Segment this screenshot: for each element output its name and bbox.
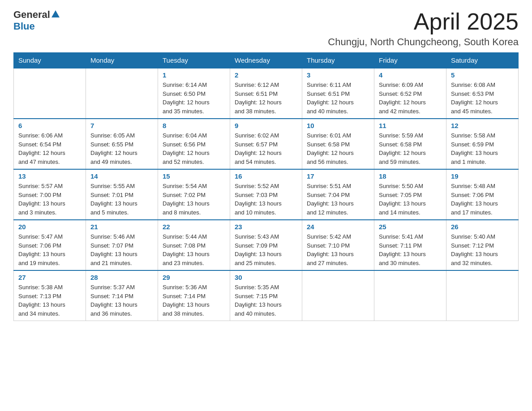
day-info: Sunrise: 6:06 AMSunset: 6:54 PMDaylight:… xyxy=(18,131,81,166)
day-number: 5 xyxy=(451,71,514,79)
page-header: General Blue April 2025 Chungju, North C… xyxy=(13,9,519,48)
calendar-cell: 2Sunrise: 6:12 AMSunset: 6:51 PMDaylight… xyxy=(230,68,302,119)
day-number: 20 xyxy=(18,223,81,231)
day-number: 17 xyxy=(307,172,369,180)
day-number: 7 xyxy=(90,122,153,129)
day-number: 10 xyxy=(307,122,369,129)
calendar-cell: 11Sunrise: 5:59 AMSunset: 6:58 PMDayligh… xyxy=(374,119,446,169)
calendar-cell xyxy=(14,68,86,119)
weekday-header: Saturday xyxy=(446,53,519,68)
day-info: Sunrise: 5:44 AMSunset: 7:08 PMDaylight:… xyxy=(163,232,225,267)
logo-blue: Blue xyxy=(13,21,60,32)
logo-general: General xyxy=(13,9,60,20)
day-info: Sunrise: 6:04 AMSunset: 6:56 PMDaylight:… xyxy=(163,131,225,166)
calendar-cell: 29Sunrise: 5:36 AMSunset: 7:14 PMDayligh… xyxy=(158,270,230,321)
day-number: 22 xyxy=(163,223,225,231)
calendar-cell: 6Sunrise: 6:06 AMSunset: 6:54 PMDaylight… xyxy=(14,119,86,169)
day-info: Sunrise: 5:48 AMSunset: 7:06 PMDaylight:… xyxy=(451,182,514,217)
day-info: Sunrise: 6:02 AMSunset: 6:57 PMDaylight:… xyxy=(235,131,297,166)
day-number: 8 xyxy=(163,122,225,129)
title-area: April 2025 Chungju, North Chungcheong, S… xyxy=(328,9,519,48)
day-number: 30 xyxy=(235,274,297,281)
day-number: 3 xyxy=(307,71,369,79)
day-info: Sunrise: 5:42 AMSunset: 7:10 PMDaylight:… xyxy=(307,232,369,267)
calendar-cell: 21Sunrise: 5:46 AMSunset: 7:07 PMDayligh… xyxy=(86,220,158,270)
calendar-cell: 23Sunrise: 5:43 AMSunset: 7:09 PMDayligh… xyxy=(230,220,302,270)
calendar-cell: 15Sunrise: 5:54 AMSunset: 7:02 PMDayligh… xyxy=(158,169,230,220)
calendar-cell: 5Sunrise: 6:08 AMSunset: 6:53 PMDaylight… xyxy=(446,68,519,119)
calendar-cell: 1Sunrise: 6:14 AMSunset: 6:50 PMDaylight… xyxy=(158,68,230,119)
calendar-cell xyxy=(86,68,158,119)
calendar-cell: 22Sunrise: 5:44 AMSunset: 7:08 PMDayligh… xyxy=(158,220,230,270)
weekday-header: Wednesday xyxy=(230,53,302,68)
week-row: 20Sunrise: 5:47 AMSunset: 7:06 PMDayligh… xyxy=(14,220,519,270)
logo: General Blue xyxy=(13,9,60,33)
calendar-cell: 8Sunrise: 6:04 AMSunset: 6:56 PMDaylight… xyxy=(158,119,230,169)
week-row: 27Sunrise: 5:38 AMSunset: 7:13 PMDayligh… xyxy=(14,270,519,321)
day-info: Sunrise: 6:01 AMSunset: 6:58 PMDaylight:… xyxy=(307,131,369,166)
calendar-cell: 17Sunrise: 5:51 AMSunset: 7:04 PMDayligh… xyxy=(302,169,374,220)
day-info: Sunrise: 5:52 AMSunset: 7:03 PMDaylight:… xyxy=(235,182,297,217)
day-number: 28 xyxy=(90,274,153,281)
day-number: 6 xyxy=(18,122,81,129)
day-info: Sunrise: 6:12 AMSunset: 6:51 PMDaylight:… xyxy=(235,81,297,116)
day-number: 2 xyxy=(235,71,297,79)
day-info: Sunrise: 5:36 AMSunset: 7:14 PMDaylight:… xyxy=(163,283,225,318)
calendar-cell: 9Sunrise: 6:02 AMSunset: 6:57 PMDaylight… xyxy=(230,119,302,169)
week-row: 6Sunrise: 6:06 AMSunset: 6:54 PMDaylight… xyxy=(14,119,519,169)
day-number: 29 xyxy=(163,274,225,281)
calendar-cell: 4Sunrise: 6:09 AMSunset: 6:52 PMDaylight… xyxy=(374,68,446,119)
calendar-cell: 13Sunrise: 5:57 AMSunset: 7:00 PMDayligh… xyxy=(14,169,86,220)
calendar-cell: 12Sunrise: 5:58 AMSunset: 6:59 PMDayligh… xyxy=(446,119,519,169)
day-number: 24 xyxy=(307,223,369,231)
calendar-cell: 28Sunrise: 5:37 AMSunset: 7:14 PMDayligh… xyxy=(86,270,158,321)
day-info: Sunrise: 5:35 AMSunset: 7:15 PMDaylight:… xyxy=(235,283,297,318)
day-info: Sunrise: 5:40 AMSunset: 7:12 PMDaylight:… xyxy=(451,232,514,267)
day-info: Sunrise: 5:43 AMSunset: 7:09 PMDaylight:… xyxy=(235,232,297,267)
weekday-header: Tuesday xyxy=(158,53,230,68)
calendar-cell xyxy=(446,270,519,321)
day-number: 15 xyxy=(163,172,225,180)
week-row: 1Sunrise: 6:14 AMSunset: 6:50 PMDaylight… xyxy=(14,68,519,119)
day-info: Sunrise: 5:57 AMSunset: 7:00 PMDaylight:… xyxy=(18,182,81,217)
day-info: Sunrise: 5:54 AMSunset: 7:02 PMDaylight:… xyxy=(163,182,225,217)
day-number: 11 xyxy=(379,122,442,129)
day-info: Sunrise: 5:46 AMSunset: 7:07 PMDaylight:… xyxy=(90,232,153,267)
calendar-cell: 10Sunrise: 6:01 AMSunset: 6:58 PMDayligh… xyxy=(302,119,374,169)
day-info: Sunrise: 5:51 AMSunset: 7:04 PMDaylight:… xyxy=(307,182,369,217)
day-number: 27 xyxy=(18,274,81,281)
day-number: 12 xyxy=(451,122,514,129)
weekday-header-row: SundayMondayTuesdayWednesdayThursdayFrid… xyxy=(14,53,519,68)
day-info: Sunrise: 5:59 AMSunset: 6:58 PMDaylight:… xyxy=(379,131,442,166)
calendar-cell: 25Sunrise: 5:41 AMSunset: 7:11 PMDayligh… xyxy=(374,220,446,270)
calendar-cell: 30Sunrise: 5:35 AMSunset: 7:15 PMDayligh… xyxy=(230,270,302,321)
day-info: Sunrise: 6:08 AMSunset: 6:53 PMDaylight:… xyxy=(451,81,514,116)
day-number: 16 xyxy=(235,172,297,180)
calendar-cell: 19Sunrise: 5:48 AMSunset: 7:06 PMDayligh… xyxy=(446,169,519,220)
calendar-cell: 24Sunrise: 5:42 AMSunset: 7:10 PMDayligh… xyxy=(302,220,374,270)
calendar-cell: 14Sunrise: 5:55 AMSunset: 7:01 PMDayligh… xyxy=(86,169,158,220)
weekday-header: Monday xyxy=(86,53,158,68)
calendar-cell: 27Sunrise: 5:38 AMSunset: 7:13 PMDayligh… xyxy=(14,270,86,321)
calendar-cell: 18Sunrise: 5:50 AMSunset: 7:05 PMDayligh… xyxy=(374,169,446,220)
calendar-table: SundayMondayTuesdayWednesdayThursdayFrid… xyxy=(13,52,519,321)
day-number: 4 xyxy=(379,71,442,79)
calendar-cell xyxy=(374,270,446,321)
day-number: 14 xyxy=(90,172,153,180)
day-number: 1 xyxy=(163,71,225,79)
day-info: Sunrise: 5:38 AMSunset: 7:13 PMDaylight:… xyxy=(18,283,81,318)
day-info: Sunrise: 5:58 AMSunset: 6:59 PMDaylight:… xyxy=(451,131,514,166)
day-info: Sunrise: 6:14 AMSunset: 6:50 PMDaylight:… xyxy=(163,81,225,116)
day-number: 18 xyxy=(379,172,442,180)
month-title: April 2025 xyxy=(328,9,519,34)
calendar-cell: 20Sunrise: 5:47 AMSunset: 7:06 PMDayligh… xyxy=(14,220,86,270)
day-info: Sunrise: 5:50 AMSunset: 7:05 PMDaylight:… xyxy=(379,182,442,217)
day-info: Sunrise: 5:47 AMSunset: 7:06 PMDaylight:… xyxy=(18,232,81,267)
day-number: 23 xyxy=(235,223,297,231)
day-info: Sunrise: 5:41 AMSunset: 7:11 PMDaylight:… xyxy=(379,232,442,267)
location-title: Chungju, North Chungcheong, South Korea xyxy=(328,36,519,48)
weekday-header: Friday xyxy=(374,53,446,68)
weekday-header: Thursday xyxy=(302,53,374,68)
day-number: 9 xyxy=(235,122,297,129)
calendar-cell: 16Sunrise: 5:52 AMSunset: 7:03 PMDayligh… xyxy=(230,169,302,220)
